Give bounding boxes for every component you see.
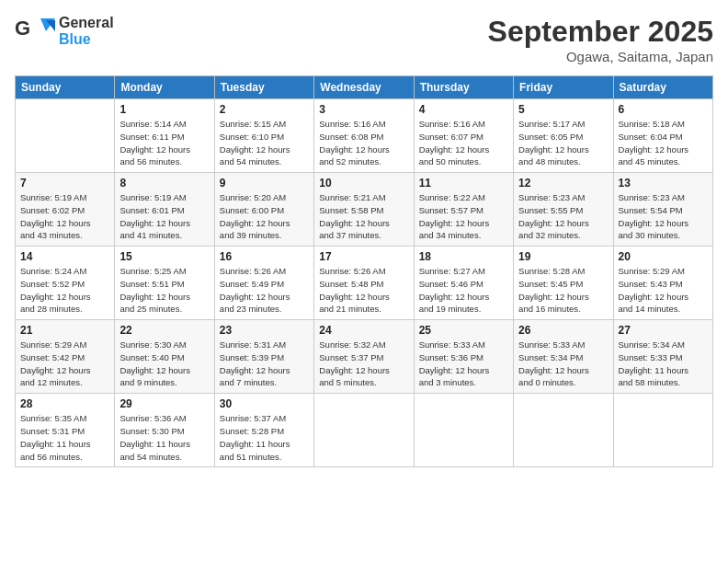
- title-block: September 2025 Ogawa, Saitama, Japan: [488, 15, 713, 64]
- day-info: Sunrise: 5:15 AMSunset: 6:10 PMDaylight:…: [220, 118, 309, 168]
- calendar-day-cell: 25Sunrise: 5:33 AMSunset: 5:36 PMDayligh…: [414, 320, 513, 394]
- day-info: Sunrise: 5:17 AMSunset: 6:05 PMDaylight:…: [518, 118, 608, 168]
- svg-text:G: G: [15, 17, 30, 40]
- day-info: Sunrise: 5:26 AMSunset: 5:48 PMDaylight:…: [319, 265, 408, 316]
- calendar-day-cell: 16Sunrise: 5:26 AMSunset: 5:49 PMDayligh…: [214, 247, 313, 320]
- calendar-day-cell: 1Sunrise: 5:14 AMSunset: 6:11 PMDaylight…: [115, 99, 214, 173]
- month-title: September 2025: [488, 15, 713, 49]
- calendar-day-cell: 8Sunrise: 5:19 AMSunset: 6:01 PMDaylight…: [115, 173, 214, 247]
- day-number: 22: [119, 324, 209, 337]
- day-info: Sunrise: 5:29 AMSunset: 5:42 PMDaylight:…: [20, 339, 109, 389]
- day-info: Sunrise: 5:25 AMSunset: 5:51 PMDaylight:…: [119, 265, 209, 316]
- calendar-week-row: 21Sunrise: 5:29 AMSunset: 5:42 PMDayligh…: [16, 320, 713, 394]
- day-number: 9: [220, 177, 309, 190]
- day-number: 25: [419, 324, 508, 337]
- day-number: 26: [518, 324, 608, 337]
- day-info: Sunrise: 5:28 AMSunset: 5:45 PMDaylight:…: [518, 265, 608, 316]
- day-info: Sunrise: 5:22 AMSunset: 5:57 PMDaylight:…: [419, 191, 508, 242]
- day-info: Sunrise: 5:31 AMSunset: 5:39 PMDaylight:…: [220, 339, 309, 389]
- logo: G General Blue: [15, 15, 114, 48]
- calendar-day-cell: 14Sunrise: 5:24 AMSunset: 5:52 PMDayligh…: [16, 247, 115, 320]
- day-info: Sunrise: 5:33 AMSunset: 5:34 PMDaylight:…: [518, 339, 608, 389]
- location-subtitle: Ogawa, Saitama, Japan: [488, 49, 713, 64]
- day-number: 15: [119, 250, 209, 263]
- calendar-day-cell: 27Sunrise: 5:34 AMSunset: 5:33 PMDayligh…: [613, 320, 712, 394]
- day-info: Sunrise: 5:33 AMSunset: 5:36 PMDaylight:…: [419, 339, 508, 389]
- calendar-day-cell: 6Sunrise: 5:18 AMSunset: 6:04 PMDaylight…: [613, 99, 712, 173]
- day-number: 2: [220, 103, 309, 116]
- day-number: 19: [518, 250, 608, 263]
- day-info: Sunrise: 5:16 AMSunset: 6:08 PMDaylight:…: [319, 118, 408, 168]
- day-info: Sunrise: 5:35 AMSunset: 5:31 PMDaylight:…: [20, 412, 109, 463]
- day-number: 30: [220, 397, 309, 410]
- calendar-day-cell: [314, 394, 414, 467]
- calendar-day-cell: 15Sunrise: 5:25 AMSunset: 5:51 PMDayligh…: [115, 247, 214, 320]
- day-info: Sunrise: 5:18 AMSunset: 6:04 PMDaylight:…: [619, 118, 708, 168]
- calendar-week-row: 1Sunrise: 5:14 AMSunset: 6:11 PMDaylight…: [16, 99, 713, 173]
- calendar-day-cell: 4Sunrise: 5:16 AMSunset: 6:07 PMDaylight…: [414, 99, 513, 173]
- day-number: 20: [619, 250, 708, 263]
- calendar-day-cell: 9Sunrise: 5:20 AMSunset: 6:00 PMDaylight…: [214, 173, 313, 247]
- day-info: Sunrise: 5:14 AMSunset: 6:11 PMDaylight:…: [119, 118, 209, 168]
- day-info: Sunrise: 5:23 AMSunset: 5:55 PMDaylight:…: [518, 191, 608, 242]
- day-info: Sunrise: 5:16 AMSunset: 6:07 PMDaylight:…: [419, 118, 508, 168]
- day-of-week-header: Wednesday: [314, 76, 414, 99]
- day-info: Sunrise: 5:29 AMSunset: 5:43 PMDaylight:…: [619, 265, 708, 316]
- day-of-week-header: Monday: [115, 76, 214, 99]
- day-info: Sunrise: 5:36 AMSunset: 5:30 PMDaylight:…: [119, 412, 209, 463]
- day-number: 24: [319, 324, 408, 337]
- logo-icon: G: [15, 15, 55, 48]
- calendar-day-cell: 12Sunrise: 5:23 AMSunset: 5:55 PMDayligh…: [514, 173, 613, 247]
- logo-general: General: [59, 15, 114, 31]
- calendar-week-row: 28Sunrise: 5:35 AMSunset: 5:31 PMDayligh…: [16, 394, 713, 467]
- day-number: 13: [619, 177, 708, 190]
- calendar-day-cell: 18Sunrise: 5:27 AMSunset: 5:46 PMDayligh…: [414, 247, 513, 320]
- calendar-day-cell: [414, 394, 513, 467]
- day-number: 11: [419, 177, 508, 190]
- day-number: 16: [220, 250, 309, 263]
- day-number: 29: [119, 397, 209, 410]
- calendar-day-cell: 21Sunrise: 5:29 AMSunset: 5:42 PMDayligh…: [16, 320, 115, 394]
- calendar-day-cell: 30Sunrise: 5:37 AMSunset: 5:28 PMDayligh…: [214, 394, 313, 467]
- calendar-day-cell: 17Sunrise: 5:26 AMSunset: 5:48 PMDayligh…: [314, 247, 414, 320]
- day-info: Sunrise: 5:26 AMSunset: 5:49 PMDaylight:…: [220, 265, 309, 316]
- day-info: Sunrise: 5:19 AMSunset: 6:02 PMDaylight:…: [20, 191, 109, 242]
- day-info: Sunrise: 5:27 AMSunset: 5:46 PMDaylight:…: [419, 265, 508, 316]
- day-info: Sunrise: 5:21 AMSunset: 5:58 PMDaylight:…: [319, 191, 408, 242]
- calendar-week-row: 7Sunrise: 5:19 AMSunset: 6:02 PMDaylight…: [16, 173, 713, 247]
- day-number: 7: [20, 177, 109, 190]
- day-number: 23: [220, 324, 309, 337]
- day-number: 17: [319, 250, 408, 263]
- day-info: Sunrise: 5:23 AMSunset: 5:54 PMDaylight:…: [619, 191, 708, 242]
- day-of-week-header: Thursday: [414, 76, 513, 99]
- day-info: Sunrise: 5:24 AMSunset: 5:52 PMDaylight:…: [20, 265, 109, 316]
- day-number: 6: [619, 103, 708, 116]
- day-number: 1: [119, 103, 209, 116]
- logo-blue: Blue: [59, 31, 114, 48]
- day-number: 21: [20, 324, 109, 337]
- day-info: Sunrise: 5:30 AMSunset: 5:40 PMDaylight:…: [119, 339, 209, 389]
- calendar-day-cell: 28Sunrise: 5:35 AMSunset: 5:31 PMDayligh…: [16, 394, 115, 467]
- day-of-week-header: Tuesday: [214, 76, 313, 99]
- day-info: Sunrise: 5:20 AMSunset: 6:00 PMDaylight:…: [220, 191, 309, 242]
- calendar-table: SundayMondayTuesdayWednesdayThursdayFrid…: [15, 75, 713, 467]
- calendar-day-cell: 10Sunrise: 5:21 AMSunset: 5:58 PMDayligh…: [314, 173, 414, 247]
- day-number: 4: [419, 103, 508, 116]
- day-number: 10: [319, 177, 408, 190]
- day-number: 5: [518, 103, 608, 116]
- day-info: Sunrise: 5:37 AMSunset: 5:28 PMDaylight:…: [220, 412, 309, 463]
- day-of-week-header: Saturday: [613, 76, 712, 99]
- day-of-week-header: Sunday: [16, 76, 115, 99]
- day-number: 12: [518, 177, 608, 190]
- calendar-day-cell: 5Sunrise: 5:17 AMSunset: 6:05 PMDaylight…: [514, 99, 613, 173]
- day-of-week-header: Friday: [514, 76, 613, 99]
- day-info: Sunrise: 5:32 AMSunset: 5:37 PMDaylight:…: [319, 339, 408, 389]
- day-number: 28: [20, 397, 109, 410]
- day-info: Sunrise: 5:19 AMSunset: 6:01 PMDaylight:…: [119, 191, 209, 242]
- day-number: 8: [119, 177, 209, 190]
- calendar-day-cell: 3Sunrise: 5:16 AMSunset: 6:08 PMDaylight…: [314, 99, 414, 173]
- calendar-day-cell: [16, 99, 115, 173]
- calendar-day-cell: 7Sunrise: 5:19 AMSunset: 6:02 PMDaylight…: [16, 173, 115, 247]
- day-number: 18: [419, 250, 508, 263]
- day-info: Sunrise: 5:34 AMSunset: 5:33 PMDaylight:…: [619, 339, 708, 389]
